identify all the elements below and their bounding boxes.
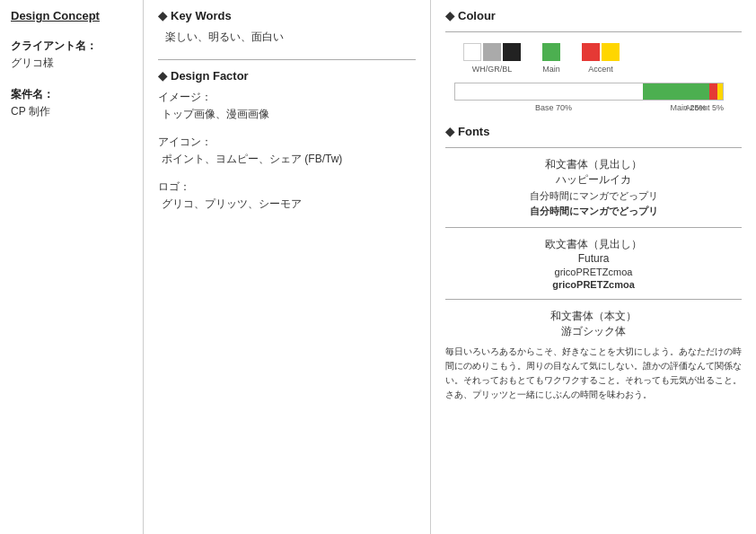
en-font-sample-bold: gricoPRETZcmoa: [445, 279, 742, 290]
logo-value: グリコ、プリッツ、シーモア: [158, 197, 416, 212]
client-section: クライアント名： グリコ様: [11, 39, 132, 71]
colour-bar-container: Base 70% Main 25% Accent 5%: [454, 83, 733, 112]
keywords-text: 楽しい、明るい、面白い: [158, 30, 416, 45]
body-font-heading: 和文書体（本文）: [445, 309, 742, 324]
divider-colour: [445, 31, 742, 32]
colour-header: Colour: [445, 9, 742, 22]
fonts-header: Fonts: [445, 125, 742, 138]
en-font-name: Futura: [445, 252, 742, 265]
divider-jp-en: [445, 227, 742, 228]
right-column: Colour WH/GR/BL Main: [431, 0, 756, 534]
swatch-group-main: Main: [542, 43, 560, 74]
divider-en-body: [445, 299, 742, 300]
icon-value: ポイント、ヨムピー、シェア (FB/Tw): [158, 152, 416, 167]
swatch-green: [542, 43, 560, 61]
swatch-white: [463, 43, 481, 61]
colour-bar-main: [643, 83, 710, 100]
fonts-section: Fonts 和文書体（見出し） ハッピールイカ 自分時間にマンガでどっプリ 自分…: [445, 125, 742, 402]
swatch-label-main: Main: [542, 65, 560, 74]
page-title: Design Concept: [11, 9, 132, 22]
colour-bar-accent-red: [709, 83, 717, 100]
colour-bar-labels: Base 70% Main 25% Accent 5%: [454, 103, 724, 112]
project-section: 案件名： CP 制作: [11, 87, 132, 119]
jp-font-sample-bold: 自分時間にマンガでどっプリ: [445, 205, 742, 218]
image-item: イメージ： トップ画像、漫画画像: [158, 90, 416, 122]
swatch-yellow: [602, 43, 620, 61]
jp-font-sample-normal: 自分時間にマンガでどっプリ: [445, 189, 742, 203]
swatch-label-accent: Accent: [588, 65, 613, 74]
icon-item: アイコン： ポイント、ヨムピー、シェア (FB/Tw): [158, 135, 416, 167]
swatch-black: [503, 43, 521, 61]
bar-label-base: Base 70%: [454, 103, 653, 112]
divider-1: [158, 59, 416, 60]
sidebar: Design Concept クライアント名： グリコ様 案件名： CP 制作: [0, 0, 144, 534]
en-font-sample-normal: gricoPRETZcmoa: [445, 267, 742, 277]
en-font-block: 欧文書体（見出し） Futura gricoPRETZcmoa gricoPRE…: [445, 237, 742, 290]
body-font-block: 和文書体（本文） 游ゴシック体 毎日いろいろあるからこそ、好きなことを大切にしよ…: [445, 309, 742, 402]
colour-bar-base: [455, 83, 643, 100]
client-value: グリコ様: [11, 56, 132, 71]
swatch-red: [582, 43, 600, 61]
colour-bar-accent-yellow: [717, 83, 723, 100]
colour-bar: [454, 83, 724, 101]
image-value: トップ画像、漫画画像: [158, 107, 416, 122]
jp-font-heading: 和文書体（見出し）: [445, 157, 742, 172]
project-label: 案件名：: [11, 87, 132, 102]
divider-fonts: [445, 147, 742, 148]
colour-swatches: WH/GR/BL Main Accent: [463, 43, 742, 74]
project-value: CP 制作: [11, 104, 132, 119]
keywords-header: Key Words: [158, 9, 416, 22]
image-label: イメージ：: [158, 90, 416, 105]
swatch-group-whgrbl: WH/GR/BL: [463, 43, 521, 74]
design-factor-header: Design Factor: [158, 69, 416, 83]
middle-column: Key Words 楽しい、明るい、面白い Design Factor イメージ…: [144, 0, 431, 534]
logo-item: ロゴ： グリコ、プリッツ、シーモア: [158, 179, 416, 212]
client-label: クライアント名：: [11, 39, 132, 54]
jp-font-block: 和文書体（見出し） ハッピールイカ 自分時間にマンガでどっプリ 自分時間にマンガ…: [445, 157, 742, 218]
body-font-sample: 毎日いろいろあるからこそ、好きなことを大切にしよう。あなただけの時間にのめりこも…: [445, 345, 742, 402]
en-font-heading: 欧文書体（見出し）: [445, 237, 742, 252]
body-font-name: 游ゴシック体: [445, 324, 742, 339]
bar-label-accent: Accent 5%: [685, 103, 724, 112]
swatch-gray: [483, 43, 501, 61]
logo-label: ロゴ：: [158, 179, 416, 195]
icon-label: アイコン：: [158, 135, 416, 150]
jp-font-name: ハッピールイカ: [445, 172, 742, 188]
swatch-group-accent: Accent: [582, 43, 620, 74]
swatch-label-whgrbl: WH/GR/BL: [472, 65, 513, 74]
